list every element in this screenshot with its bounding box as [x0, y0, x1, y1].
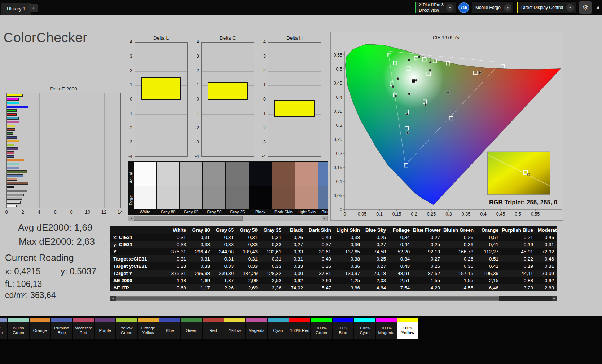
- patch-button-100-yellow[interactable]: 100% Yellow: [397, 318, 418, 339]
- meter-count-badge[interactable]: 715: [458, 2, 469, 13]
- table-scrollbar[interactable]: ◄ ►: [110, 296, 557, 301]
- patch-button-label: Cyan: [268, 322, 289, 339]
- patch-button-100-red[interactable]: 100% Red: [289, 318, 310, 339]
- settings-gear-button[interactable]: ⚙: [579, 1, 592, 14]
- patch-button-moderate-red[interactable]: Moderate Red: [73, 318, 94, 339]
- de-gridline: [39, 93, 40, 208]
- scroll-right-arrow[interactable]: ►: [552, 296, 557, 301]
- cie-measured-point: [397, 77, 399, 80]
- patch-target-swatch: [249, 186, 272, 209]
- svg-text:0,55: 0,55: [531, 212, 540, 217]
- delta-axis-tick: -1: [123, 111, 132, 116]
- delta-axis-tick: 0: [190, 97, 199, 102]
- patch-button-label: 100% Cyan: [354, 322, 375, 339]
- patch-actual-swatch: [318, 162, 328, 186]
- column-header-gray-65: Gray 65: [213, 226, 237, 234]
- patch-color-swatch: [159, 318, 180, 322]
- patch-button-blue-flower[interactable]: Blue Flower: [0, 318, 7, 339]
- table-cell: 0,37: [306, 241, 334, 248]
- table-cell: 0,27: [413, 234, 443, 241]
- delta-gridline: [135, 57, 187, 57]
- meter-dropdown[interactable]: X-Rite i1Pro 3 Direct View ▼: [414, 1, 456, 14]
- table-cell: 4,55: [443, 284, 476, 291]
- table-cell: 2,89: [536, 284, 557, 291]
- table-cell: 184,29: [237, 270, 261, 277]
- table-cell: 1,69: [189, 277, 213, 284]
- patch-button-purple[interactable]: Purple: [95, 318, 115, 339]
- patch-color-swatch: [95, 318, 115, 322]
- scroll-left-arrow[interactable]: ◄: [128, 216, 134, 221]
- patch-button-purplish-blue[interactable]: Purplish Blue: [51, 318, 72, 339]
- add-tab-button[interactable]: +: [29, 4, 38, 12]
- de-bar-magenta: [7, 121, 19, 123]
- table-cell: 166,78: [443, 248, 476, 255]
- de-bar-yellow-green: [7, 144, 14, 146]
- delta-gridline: [268, 57, 321, 57]
- patch-button-label: 100% Green: [311, 322, 332, 339]
- bottom-bar: Blue FlowerBluish GreenOrangePurplish Bl…: [0, 316, 602, 364]
- patch-actual-swatch: [180, 162, 202, 186]
- table-cell: 0,19: [502, 262, 536, 270]
- delta-axis-tick: 4: [123, 39, 132, 44]
- table-cell: 0,68: [168, 284, 189, 291]
- table-cell: 0,92: [285, 277, 306, 284]
- cie-measured-point: [424, 103, 427, 106]
- patch-target-swatch: [272, 186, 295, 209]
- de-gridline: [104, 93, 105, 208]
- patch-button-cyan[interactable]: Cyan: [268, 318, 289, 339]
- patch-button-blue[interactable]: Blue: [159, 318, 180, 339]
- chevron-down-icon: ▼: [566, 4, 574, 12]
- patch-button-green[interactable]: Green: [181, 318, 202, 339]
- avg-de2000-stat: Avg dE2000: 1,69: [18, 222, 92, 233]
- table-cell: 0,33: [261, 241, 285, 248]
- patch-button-yellow[interactable]: Yellow: [224, 318, 245, 339]
- de-axis-tick: 12: [101, 209, 106, 215]
- patch-button-yellow-green[interactable]: Yellow Green: [116, 318, 137, 339]
- table-cell: 0,34: [389, 255, 413, 262]
- table-cell: 1,87: [213, 277, 237, 284]
- delta-axis-tick: 2: [256, 68, 266, 73]
- table-cell: 0,51: [476, 255, 502, 262]
- cie-measured-point: [395, 95, 397, 97]
- tab-history-1[interactable]: History 1: [1, 3, 31, 15]
- cie-measured-point: [406, 132, 409, 134]
- patch-button-100-cyan[interactable]: 100% Cyan: [354, 318, 375, 339]
- table-cell: 2,15: [476, 277, 502, 284]
- display-control-dropdown[interactable]: Direct Display Control ▼: [516, 1, 576, 14]
- patch-button-100-green[interactable]: 100% Green: [311, 318, 332, 339]
- table-cell: 37,81: [306, 270, 334, 277]
- scrollbar-thumb[interactable]: [134, 216, 243, 221]
- patch-button-100-blue[interactable]: 100% Blue: [333, 318, 353, 339]
- svg-text:0,2: 0,2: [411, 212, 417, 217]
- cie-selected-marker: [412, 79, 415, 83]
- measurement-data-table: WhiteGray 80Gray 65Gray 50Gray 35BlackDa…: [110, 226, 557, 291]
- table-cell: 0,33: [237, 262, 261, 270]
- patch-button-magenta[interactable]: Magenta: [246, 318, 267, 339]
- delta-gridline: [135, 129, 187, 129]
- svg-text:0,4: 0,4: [480, 212, 486, 217]
- patch-button-red[interactable]: Red: [203, 318, 224, 339]
- patch-button-100-magenta[interactable]: 100% Magenta: [376, 318, 397, 339]
- de-axis-tick: 0: [5, 209, 8, 215]
- collapse-panel-button[interactable]: ◀: [594, 1, 600, 14]
- de-bar-100-magenta: [7, 98, 19, 101]
- patch-button-bluish-green[interactable]: Bluish Green: [8, 318, 29, 339]
- scrollbar-thumb[interactable]: [116, 296, 499, 301]
- patch-button-label: 100% Yellow: [397, 322, 418, 339]
- table-cell: 137,65: [334, 248, 363, 255]
- table-cell: 4,20: [413, 284, 443, 291]
- column-header-light-skin: Light Skin: [334, 226, 363, 234]
- scroll-right-arrow[interactable]: ►: [322, 216, 327, 221]
- row-label--e-2000: ΔE 2000: [110, 277, 168, 284]
- chevron-down-icon: ▼: [504, 4, 511, 12]
- patch-button-orange[interactable]: Orange: [30, 318, 50, 339]
- patch-strip-scrollbar[interactable]: ◄ ►: [128, 216, 328, 221]
- table-cell: 2,51: [389, 277, 413, 284]
- scrollbar-track[interactable]: [134, 216, 322, 221]
- scrollbar-track[interactable]: [116, 296, 552, 301]
- patch-color-swatch: [376, 318, 397, 322]
- scroll-left-arrow[interactable]: ◄: [110, 296, 116, 301]
- workflow-dropdown[interactable]: Mobile Forge ▼: [472, 1, 514, 14]
- patch-buttons-row: Blue FlowerBluish GreenOrangePurplish Bl…: [0, 318, 418, 339]
- patch-button-orange-yellow[interactable]: Orange Yellow: [138, 318, 159, 339]
